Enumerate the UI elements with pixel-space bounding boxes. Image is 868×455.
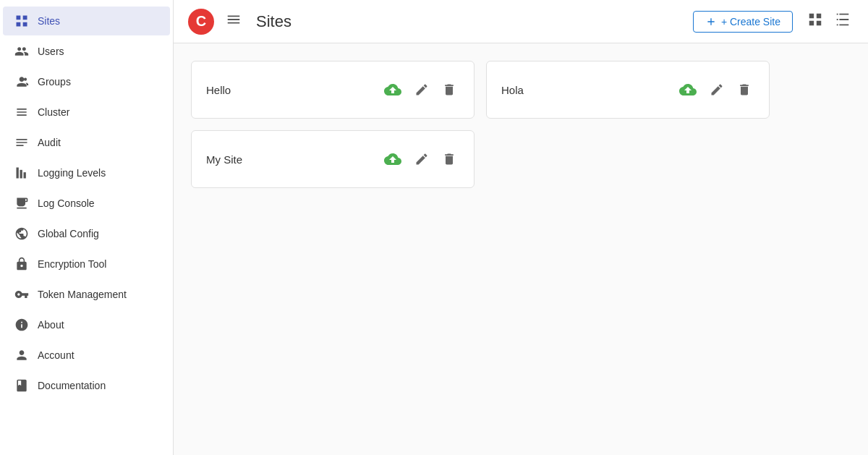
account-icon [14, 348, 29, 362]
sidebar-label-logging-levels: Logging Levels [38, 167, 106, 179]
users-icon [14, 44, 29, 59]
sidebar-item-groups[interactable]: Groups [3, 67, 170, 96]
key-icon [14, 287, 29, 302]
sidebar-label-log-console: Log Console [38, 197, 95, 209]
sidebar-item-sites[interactable]: Sites [3, 7, 170, 35]
list-view-button[interactable] [832, 9, 854, 34]
sidebar-label-users: Users [38, 46, 64, 57]
sidebar-item-log-console[interactable]: Log Console [3, 189, 170, 218]
sidebar-label-documentation: Documentation [38, 380, 106, 391]
docs-icon [14, 378, 29, 393]
audit-icon [14, 135, 29, 150]
upload-button-hello[interactable] [381, 78, 404, 101]
header: C Sites + Create Site [174, 0, 868, 43]
global-icon [14, 226, 29, 241]
sites-grid: Hello Hola [191, 61, 770, 188]
delete-button-hola[interactable] [734, 80, 754, 100]
sidebar-item-users[interactable]: Users [3, 37, 170, 66]
sidebar-item-global-config[interactable]: Global Config [3, 219, 170, 248]
sidebar-label-account: Account [38, 349, 75, 361]
svg-text:C: C [196, 13, 206, 29]
site-card-actions-hola [676, 78, 754, 101]
site-card-mysite: My Site [191, 130, 475, 188]
app-logo: C [188, 9, 214, 35]
view-toggles [804, 9, 854, 34]
about-icon [14, 318, 29, 332]
page-title: Sites [256, 12, 681, 31]
svg-rect-1 [17, 168, 19, 179]
menu-icon[interactable] [226, 12, 242, 31]
main-content: C Sites + Create Site Hello [174, 0, 868, 455]
sidebar-item-about[interactable]: About [3, 310, 170, 339]
sidebar-item-account[interactable]: Account [3, 341, 170, 370]
edit-button-hola[interactable] [707, 80, 727, 100]
delete-button-mysite[interactable] [439, 149, 459, 169]
cluster-icon [14, 105, 29, 119]
svg-rect-2 [20, 170, 22, 179]
edit-button-mysite[interactable] [412, 149, 432, 169]
grid-icon [14, 14, 29, 28]
delete-button-hello[interactable] [439, 80, 459, 100]
sidebar-label-cluster: Cluster [38, 106, 69, 118]
site-name-hola: Hola [501, 84, 524, 96]
site-name-hello: Hello [206, 84, 231, 96]
site-name-mysite: My Site [206, 153, 242, 166]
sidebar-label-encryption-tool: Encryption Tool [38, 258, 106, 270]
site-card-actions-mysite [381, 148, 459, 171]
sidebar-label-token-management: Token Management [38, 289, 127, 300]
logging-icon [14, 166, 29, 180]
svg-point-0 [24, 78, 27, 81]
sidebar-label-sites: Sites [38, 15, 60, 27]
sidebar-label-groups: Groups [38, 76, 71, 88]
groups-icon [14, 75, 29, 89]
lock-icon [14, 257, 29, 271]
sidebar-item-encryption-tool[interactable]: Encryption Tool [3, 250, 170, 278]
site-card-actions-hello [381, 78, 459, 101]
edit-button-hello[interactable] [412, 80, 432, 100]
log-console-icon [14, 196, 29, 211]
sidebar: Sites Users Groups Cluster Audit Logging… [0, 0, 174, 455]
svg-rect-3 [24, 172, 26, 178]
sidebar-item-audit[interactable]: Audit [3, 128, 170, 157]
sidebar-item-cluster[interactable]: Cluster [3, 98, 170, 127]
sidebar-label-about: About [38, 319, 64, 331]
upload-button-hola[interactable] [676, 78, 699, 101]
site-card-hola: Hola [486, 61, 770, 119]
sidebar-item-documentation[interactable]: Documentation [3, 371, 170, 400]
content-area: Hello Hola [174, 43, 868, 455]
upload-button-mysite[interactable] [381, 148, 404, 171]
sidebar-label-audit: Audit [38, 137, 61, 148]
sidebar-item-token-management[interactable]: Token Management [3, 280, 170, 309]
site-card-hello: Hello [191, 61, 475, 119]
sidebar-item-logging-levels[interactable]: Logging Levels [3, 158, 170, 187]
grid-view-button[interactable] [804, 9, 826, 34]
sidebar-label-global-config: Global Config [38, 228, 99, 239]
create-site-button[interactable]: + Create Site [693, 11, 793, 33]
